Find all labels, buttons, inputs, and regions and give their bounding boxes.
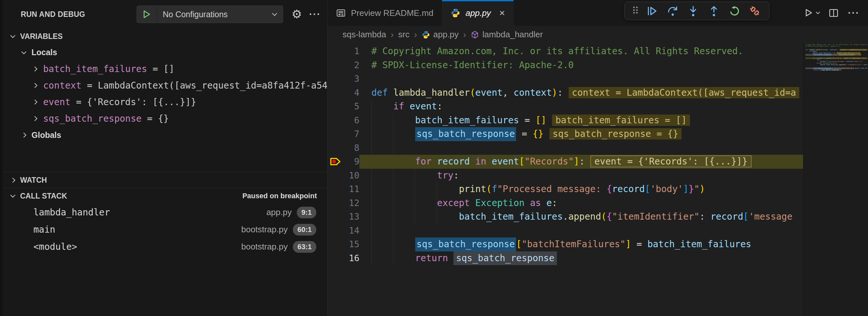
code-lines[interactable]: 1# Copyright Amazon.com, Inc. or its aff… xyxy=(328,43,803,316)
toolbar-gripper-icon[interactable]: ⠿ xyxy=(632,6,639,16)
minimap[interactable]: # Copyright Amazon.com, Inc. or its affi… xyxy=(803,43,868,316)
code-text[interactable]: sqs_batch_response["batchItemFailures"] … xyxy=(360,238,803,251)
line-number[interactable]: 9 xyxy=(344,155,360,169)
step-over-button[interactable] xyxy=(665,4,680,18)
breakpoint-gutter[interactable] xyxy=(328,224,344,238)
code-line[interactable]: 6 batch_item_failures = []batch_item_fai… xyxy=(328,114,803,127)
run-python-file-button[interactable] xyxy=(803,7,819,19)
debug-config-dropdown[interactable]: No Configurations xyxy=(136,5,283,23)
stack-frame-row[interactable]: <module> bootstrap.py 63:1 xyxy=(3,238,327,255)
variable-row[interactable]: sqs_batch_response = {} xyxy=(3,110,327,127)
variables-section-header[interactable]: VARIABLES xyxy=(3,29,327,44)
line-number[interactable]: 2 xyxy=(344,58,360,72)
breadcrumb-item[interactable]: sqs-lambda xyxy=(343,30,386,39)
step-out-button[interactable] xyxy=(707,4,721,18)
breakpoint-gutter[interactable] xyxy=(328,196,344,210)
code-text[interactable]: sqs_batch_response = {}sqs_batch_respons… xyxy=(360,127,803,141)
code-line[interactable]: 10 try: xyxy=(328,169,803,183)
code-text[interactable] xyxy=(360,224,803,238)
more-editor-actions-icon[interactable]: ··· xyxy=(848,7,860,19)
code-line[interactable]: 2# SPDX-License-Identifier: Apache-2.0 xyxy=(328,58,803,72)
disconnect-button[interactable] xyxy=(748,4,762,18)
code-line[interactable]: 5 if event: xyxy=(328,100,803,114)
breakpoint-gutter[interactable] xyxy=(328,114,344,127)
code-line[interactable]: 16 return sqs_batch_response xyxy=(328,251,803,265)
breadcrumb-item[interactable]: src xyxy=(398,30,410,39)
code-text[interactable]: if event: xyxy=(360,100,803,114)
code-text[interactable]: return sqs_batch_response xyxy=(360,251,803,265)
variable-row[interactable]: context = LambdaContext([aws_request_id=… xyxy=(3,77,327,94)
variable-row[interactable]: event = {'Records': [{...}]} xyxy=(3,94,327,110)
breakpoint-current-line-icon[interactable] xyxy=(328,155,344,169)
code-line[interactable]: 8 xyxy=(328,141,803,155)
line-number[interactable]: 10 xyxy=(344,169,360,183)
line-number[interactable]: 15 xyxy=(344,238,360,251)
line-number[interactable]: 4 xyxy=(344,86,360,100)
breakpoint-gutter[interactable] xyxy=(328,86,344,100)
start-debugging-icon[interactable] xyxy=(137,6,157,23)
stack-frame-row[interactable]: main bootstrap.py 60:1 xyxy=(3,221,327,238)
code-text[interactable]: except Exception as e: xyxy=(360,196,803,210)
code-text[interactable] xyxy=(360,72,803,86)
line-number[interactable]: 8 xyxy=(344,141,360,155)
breakpoint-gutter[interactable] xyxy=(328,127,344,141)
code-line[interactable]: 14 xyxy=(328,224,803,238)
code-text[interactable]: try: xyxy=(360,169,803,183)
watch-section-header[interactable]: WATCH xyxy=(3,172,327,188)
breakpoint-gutter[interactable] xyxy=(328,210,344,224)
code-line[interactable]: 9 for record in event["Records"]:event =… xyxy=(328,155,803,169)
stack-frame-row[interactable]: lambda_handler app.py 9:1 xyxy=(3,204,327,221)
restart-button[interactable] xyxy=(727,4,742,18)
code-line[interactable]: 3 xyxy=(328,72,803,86)
globals-scope-row[interactable]: Globals xyxy=(3,127,327,144)
code-line[interactable]: 13 batch_item_failures.append({"itemIden… xyxy=(328,210,803,224)
call-stack-section-header[interactable]: CALL STACK Paused on breakpoint xyxy=(3,188,327,204)
code-text[interactable]: def lambda_handler(event, context):conte… xyxy=(360,86,803,100)
tab-preview-readme[interactable]: Preview README.md xyxy=(328,0,442,26)
code-text[interactable]: # SPDX-License-Identifier: Apache-2.0 xyxy=(360,58,803,72)
breakpoint-gutter[interactable] xyxy=(328,141,344,155)
continue-button[interactable] xyxy=(645,4,659,18)
code-line[interactable]: 4def lambda_handler(event, context):cont… xyxy=(328,86,803,100)
code-line[interactable]: 15 sqs_batch_response["batchItemFailures… xyxy=(328,238,803,251)
breakpoint-gutter[interactable] xyxy=(328,100,344,114)
code-text[interactable] xyxy=(360,141,803,155)
code-line[interactable]: 12 except Exception as e: xyxy=(328,196,803,210)
breakpoint-gutter[interactable] xyxy=(328,182,344,196)
breadcrumb-item-file[interactable]: app.py xyxy=(422,30,459,39)
code-line[interactable]: 11 print(f"Processed message: {record['b… xyxy=(328,182,803,196)
breakpoint-gutter[interactable] xyxy=(328,44,344,58)
chevron-right-icon[interactable] xyxy=(32,83,38,88)
breakpoint-gutter[interactable] xyxy=(328,58,344,72)
line-number[interactable]: 12 xyxy=(344,196,360,210)
chevron-right-icon[interactable] xyxy=(32,100,38,105)
chevron-right-icon[interactable] xyxy=(32,116,38,121)
line-number[interactable]: 11 xyxy=(344,182,360,196)
breadcrumb-item-symbol[interactable]: lambda_handler xyxy=(471,30,542,39)
code-text[interactable]: batch_item_failures.append({"itemIdentif… xyxy=(360,210,803,224)
split-editor-button[interactable] xyxy=(829,8,839,18)
line-number[interactable]: 6 xyxy=(344,114,360,127)
line-number[interactable]: 3 xyxy=(344,72,360,86)
locals-scope-row[interactable]: Locals xyxy=(3,44,327,61)
line-number[interactable]: 14 xyxy=(344,224,360,238)
step-into-button[interactable] xyxy=(686,4,700,18)
more-actions-icon[interactable]: ··· xyxy=(309,9,321,20)
code-text[interactable]: for record in event["Records"]:event = {… xyxy=(360,155,803,169)
code-text[interactable]: batch_item_failures = []batch_item_failu… xyxy=(360,114,803,127)
line-number[interactable]: 13 xyxy=(344,210,360,224)
line-number[interactable]: 16 xyxy=(344,251,360,265)
variable-row[interactable]: batch_item_failures = [] xyxy=(3,61,327,77)
code-text[interactable]: print(f"Processed message: {record['body… xyxy=(360,182,803,196)
code-text[interactable]: # Copyright Amazon.com, Inc. or its affi… xyxy=(360,44,803,58)
tab-app-py[interactable]: app.py × xyxy=(442,0,514,26)
line-number[interactable]: 1 xyxy=(344,44,360,58)
line-number[interactable]: 7 xyxy=(344,127,360,141)
breakpoint-gutter[interactable] xyxy=(328,238,344,251)
gear-icon[interactable]: ⚙ xyxy=(291,8,302,20)
line-number[interactable]: 5 xyxy=(344,100,360,114)
chevron-right-icon[interactable] xyxy=(32,66,38,72)
breakpoint-gutter[interactable] xyxy=(328,72,344,86)
breakpoint-gutter[interactable] xyxy=(328,251,344,265)
close-tab-icon[interactable]: × xyxy=(499,8,505,18)
